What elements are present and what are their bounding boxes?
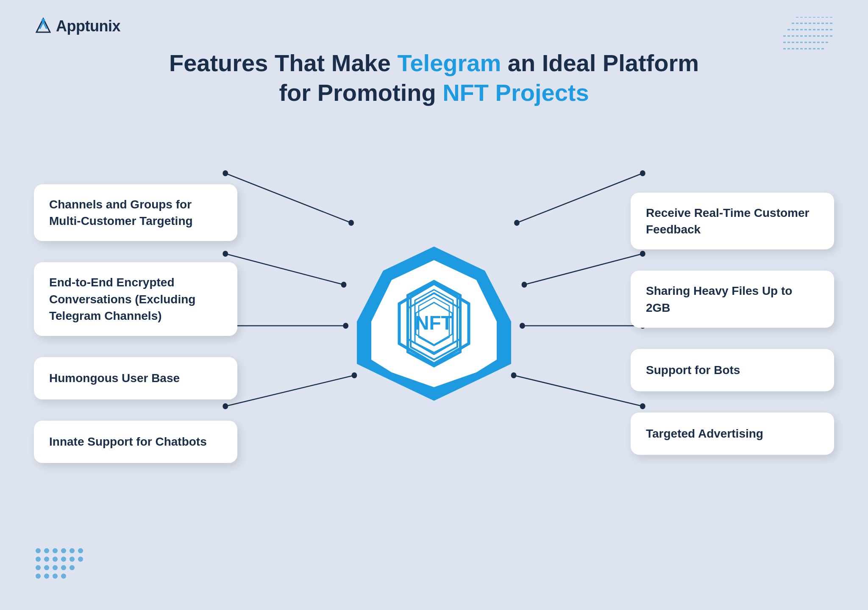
feature-box-realtime: Receive Real-Time Customer Feedback: [631, 193, 834, 250]
svg-point-41: [36, 548, 41, 553]
svg-point-50: [61, 557, 66, 562]
left-features: Channels and Groups for Multi-Customer T…: [34, 184, 237, 463]
svg-point-42: [44, 548, 49, 553]
svg-point-51: [70, 557, 75, 562]
svg-line-28: [514, 375, 643, 406]
page-wrapper: Apptunix Features That Make Telegram an …: [0, 0, 868, 610]
svg-point-8: [223, 170, 228, 176]
svg-point-12: [341, 282, 347, 288]
deco-top-right: [783, 17, 834, 55]
svg-point-44: [61, 548, 66, 553]
svg-point-60: [53, 574, 58, 579]
apptunix-logo-icon: [34, 17, 53, 36]
svg-point-45: [70, 548, 75, 553]
svg-point-52: [78, 557, 83, 562]
feature-box-chatbots: Innate Support for Chatbots: [34, 421, 237, 463]
svg-line-16: [225, 375, 354, 406]
svg-line-22: [524, 254, 643, 285]
svg-point-9: [348, 220, 354, 226]
svg-point-48: [44, 557, 49, 562]
svg-point-0: [42, 19, 45, 22]
svg-point-15: [343, 323, 348, 329]
feature-box-bots: Support for Bots: [631, 349, 834, 391]
svg-point-54: [44, 565, 49, 570]
svg-point-46: [78, 548, 83, 553]
svg-line-19: [517, 173, 643, 223]
feature-box-channels: Channels and Groups for Multi-Customer T…: [34, 184, 237, 241]
svg-text:NFT: NFT: [415, 312, 453, 334]
svg-point-55: [53, 565, 58, 570]
svg-point-21: [640, 170, 645, 176]
feature-box-files: Sharing Heavy Files Up to 2GB: [631, 271, 834, 327]
svg-point-58: [36, 574, 41, 579]
svg-line-10: [225, 254, 344, 285]
logo-text: Apptunix: [56, 17, 120, 35]
svg-line-7: [225, 173, 351, 223]
svg-point-57: [70, 565, 75, 570]
svg-point-26: [520, 323, 525, 329]
svg-point-47: [36, 557, 41, 562]
feature-box-e2e: End-to-End Encrypted Conversations (Excl…: [34, 262, 237, 336]
right-features: Receive Real-Time Customer Feedback Shar…: [631, 193, 834, 455]
svg-point-20: [514, 220, 520, 226]
deco-bottom-left: [34, 546, 85, 585]
svg-point-56: [61, 565, 66, 570]
svg-point-43: [53, 548, 58, 553]
feature-box-advertising: Targeted Advertising: [631, 412, 834, 455]
diagram-area: Channels and Groups for Multi-Customer T…: [34, 133, 834, 514]
center-hexagon: NFT: [349, 239, 519, 408]
logo-area: Apptunix: [34, 17, 834, 36]
svg-point-49: [53, 557, 58, 562]
feature-box-userbase: Humongous User Base: [34, 357, 237, 399]
svg-point-61: [61, 574, 66, 579]
svg-point-23: [522, 282, 527, 288]
svg-point-53: [36, 565, 41, 570]
page-title: Features That Make Telegram an Ideal Pla…: [34, 48, 834, 108]
svg-point-59: [44, 574, 49, 579]
